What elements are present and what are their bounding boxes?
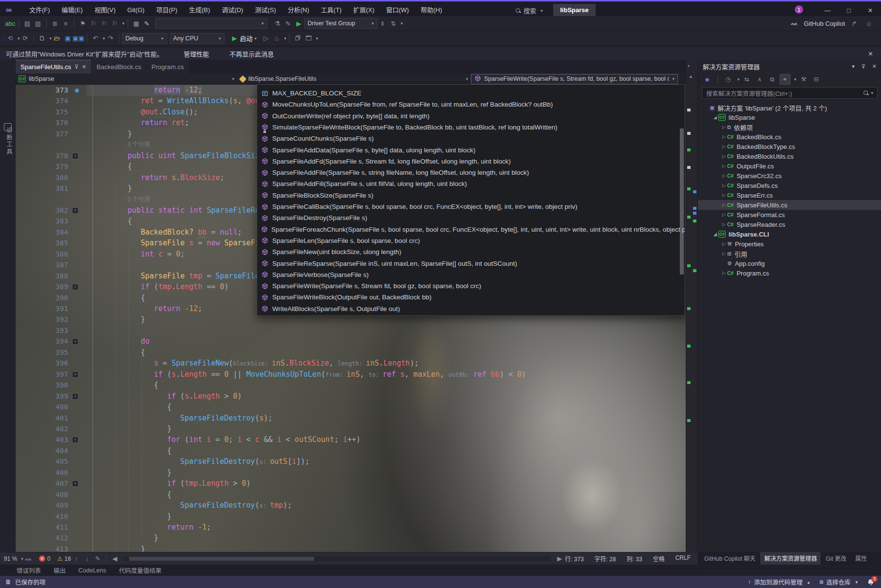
uncomment-icon[interactable]: ≡ [60, 18, 71, 29]
tool-tab-属性[interactable]: 属性 [851, 552, 871, 565]
undo-icon[interactable]: ↶ [90, 33, 101, 44]
editor-layout-icon[interactable]: 🗔 [303, 33, 314, 44]
fold-chevron-icon[interactable]: ˅ [72, 207, 78, 214]
configuration-combobox[interactable]: Debug ▾ [122, 33, 167, 44]
code-line[interactable]: 405SparseFileDestroy(s: outS[i]); [16, 456, 686, 467]
manage-performance-link[interactable]: 管理性能 [184, 49, 209, 58]
type-dropdown[interactable]: libSparse.SparseFileUtils ▾ [237, 74, 471, 84]
code-line[interactable]: 410} [16, 511, 686, 522]
code-line[interactable]: 402} [16, 423, 686, 435]
code-line[interactable]: 397˅if (s.Length == 0 || MoveChunksUpToL… [16, 369, 686, 380]
tree-item-BackedBlockType.cs[interactable]: ▷C#BackedBlockType.cs [698, 142, 881, 151]
expanded-arrow-icon[interactable]: ◢ [713, 115, 718, 120]
collapsed-arrow-icon[interactable]: ▷ [722, 271, 727, 276]
codelens-references[interactable]: 0 个引用 [128, 194, 150, 205]
collapsed-arrow-icon[interactable]: ▷ [722, 222, 727, 227]
collapsed-arrow-icon[interactable]: ▷ [722, 251, 727, 256]
code-line[interactable]: 413} [16, 544, 686, 552]
menu-item-w[interactable]: 窗口(W) [380, 3, 415, 18]
clear-bookmarks-icon[interactable]: ⚐ [110, 18, 120, 29]
horizontal-scrollbar-thumb[interactable] [129, 557, 314, 561]
tree-item-[interactable]: ▷⧉依赖项 [698, 122, 881, 132]
display-settings-icon[interactable]: ▦ [131, 18, 142, 29]
tool-tab-Git更改[interactable]: Git 更改 [822, 552, 850, 565]
code-line[interactable]: 399˅if (s.Length > 0) [16, 391, 686, 402]
fold-chevron-icon[interactable]: ˅ [72, 338, 78, 345]
member-item[interactable]: SparseFileAddFill(SparseFile s, uint fil… [257, 178, 685, 189]
hot-reload-icon[interactable]: ♨ [271, 33, 282, 44]
sync-with-active-document-icon[interactable]: ⇆ [742, 74, 752, 85]
panel-tab-CodeLens[interactable]: CodeLens [78, 567, 106, 574]
feedback-icon[interactable]: ☺ [863, 18, 874, 29]
collapsed-arrow-icon[interactable]: ▷ [722, 154, 727, 159]
collapsed-arrow-icon[interactable]: ▷ [722, 212, 727, 217]
member-item[interactable]: WriteAllBlocks(SparseFile s, OutputFile … [257, 303, 685, 314]
vertical-tab-diagnostics[interactable]: 诊断工具 [2, 127, 14, 155]
error-count[interactable]: ✕ 0 [39, 555, 51, 562]
member-item[interactable]: SparseFileDestroy(SparseFile s) [257, 212, 685, 223]
editor-tab-program.cs[interactable]: Program.cs [147, 60, 189, 74]
properties-wrench-icon[interactable]: ⚒ [798, 74, 809, 85]
toolbar-grip[interactable]: ⋮⋮ [0, 18, 5, 29]
notification-badge[interactable]: 1 [795, 5, 803, 14]
member-item[interactable]: SparseFileNew(uint blockSize, ulong leng… [257, 246, 685, 257]
open-folder-icon[interactable]: 🗁 [52, 33, 62, 44]
chevron-down-icon[interactable]: ▾ [284, 36, 286, 41]
toolbar-grip[interactable]: ⋮⋮ [0, 33, 5, 44]
next-bookmark-icon[interactable]: ⚐ [99, 18, 110, 29]
bookmark-icon[interactable]: ⚑ [77, 18, 88, 29]
save-icon[interactable]: ▣ [62, 33, 73, 44]
previous-bookmark-icon[interactable]: ⚐ [88, 18, 99, 29]
fold-chevron-icon[interactable]: ˅ [72, 393, 78, 400]
menu-item-f[interactable]: 文件(F) [23, 3, 56, 18]
code-line[interactable]: 411return -1; [16, 522, 686, 533]
chevron-down-icon[interactable]: ▾ [401, 21, 403, 26]
highlight-pen-icon[interactable]: ✎ [142, 18, 152, 29]
maximize-button[interactable]: □ [838, 3, 860, 18]
scroll-right-icon[interactable]: ▶ [554, 553, 565, 564]
test-group-combobox[interactable]: Driver Test Group ▾ [304, 18, 377, 29]
collapsed-arrow-icon[interactable]: ▷ [722, 144, 727, 149]
show-all-files-icon[interactable]: ⚭ [780, 74, 790, 85]
tree-item-[interactable]: ▷⊞引用 [698, 249, 881, 258]
collapsed-arrow-icon[interactable]: ▷ [722, 241, 727, 246]
search-box[interactable]: 搜索 ▾ [515, 5, 550, 16]
collapsed-arrow-icon[interactable]: ▷ [722, 164, 727, 168]
tree-item-SparseReader.cs[interactable]: ▷C#SparseReader.cs [698, 220, 881, 229]
menu-item-e[interactable]: 编辑(E) [56, 3, 89, 18]
member-item[interactable]: OutCounterWrite(ref object priv, byte[] … [257, 110, 685, 122]
horizontal-scrollbar[interactable] [124, 556, 550, 561]
copilot-status-icon[interactable]: ᨐ [23, 553, 34, 564]
codelens-references[interactable]: 0 个引用 [128, 139, 150, 150]
menu-item-t[interactable]: 工具(T) [315, 3, 348, 18]
collapsed-arrow-icon[interactable]: ▷ [722, 134, 727, 139]
split-editor-icon[interactable]: ⹀ [688, 62, 690, 69]
code-line[interactable]: 407˅if (tmp.Length > 0) [16, 478, 686, 489]
scroll-left-icon[interactable]: ◀ [110, 553, 120, 564]
tree-item-SparseErr.cs[interactable]: ▷C#SparseErr.cs [698, 190, 881, 200]
preview-selected-items-icon[interactable]: ⊟ [811, 74, 822, 85]
tree-item-Program.cs[interactable]: ▷C#Program.cs [698, 268, 881, 278]
code-line[interactable]: 406} [16, 467, 686, 478]
github-copilot-label[interactable]: GitHub Copilot [804, 20, 845, 27]
new-project-icon[interactable]: 🗋 [37, 33, 48, 44]
status-spaces[interactable]: 空格 [653, 554, 665, 563]
chevron-down-icon[interactable]: ▾ [794, 77, 797, 82]
code-line[interactable]: 395{ [16, 347, 686, 358]
start-debug-icon[interactable]: ▶ [229, 33, 240, 44]
menu-item-h[interactable]: 帮助(H) [415, 3, 448, 18]
member-item[interactable]: SparseFileAddFile(SparseFile s, string f… [257, 167, 685, 178]
menu-item-gitg[interactable]: Git(G) [121, 3, 150, 18]
fold-chevron-icon[interactable]: ˅ [72, 480, 78, 487]
collapsed-arrow-icon[interactable]: ▷ [722, 173, 727, 178]
chevron-down-icon[interactable]: ▾ [255, 36, 257, 41]
menu-item-x[interactable]: 扩展(X) [347, 3, 380, 18]
github-copilot-icon[interactable]: ᨐ [789, 18, 800, 29]
member-item[interactable]: MoveChunksUpToLen(SparseFile from, ref S… [257, 99, 685, 110]
collapsed-arrow-icon[interactable]: ▷ [722, 183, 727, 188]
member-item[interactable]: SparseFileCallBack(SparseFile s, bool sp… [257, 201, 685, 212]
pause-icon[interactable]: ‖ [377, 18, 388, 29]
pin-icon[interactable]: ⊽ [75, 64, 78, 70]
pending-changes-filter-icon[interactable]: ◷ [723, 74, 733, 85]
fold-chevron-icon[interactable]: ˅ [72, 437, 78, 443]
